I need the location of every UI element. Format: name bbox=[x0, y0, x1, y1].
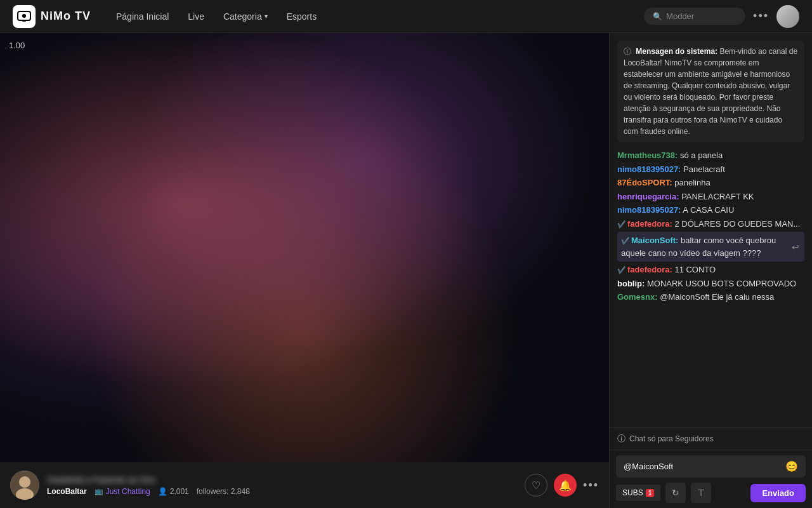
logo-text: NiMo TV bbox=[41, 10, 91, 23]
chat-message-4: nimo818395027: A CASA CAIU bbox=[617, 203, 804, 217]
chat-message-0: Mrmatheus738: só a panela bbox=[617, 149, 804, 163]
chat-username: nimo818395027: bbox=[617, 205, 681, 215]
logo-icon bbox=[13, 5, 36, 28]
system-text: Bem-vindo ao canal de LocoBaltar! NimoTV… bbox=[624, 47, 797, 136]
chat-username: Gomesnx: bbox=[617, 292, 658, 302]
main-nav: Página Inicial Live Categoria ▾ Esports bbox=[116, 11, 644, 22]
chat-text: PANELACRAFT KK bbox=[679, 192, 754, 201]
reply-icon[interactable]: ↩ bbox=[792, 240, 799, 253]
followers-only-notice: ⓘ Chat só para Seguidores bbox=[610, 427, 812, 450]
nav-esports[interactable]: Esports bbox=[287, 11, 317, 22]
refresh-button[interactable]: ↻ bbox=[665, 483, 686, 503]
more-options-button[interactable]: ••• bbox=[583, 479, 599, 492]
badge-icon: ✔️ bbox=[617, 220, 626, 228]
main-content: 1.00 Assistindo e Fazendo ao Vivo LocoBa… bbox=[0, 33, 812, 508]
chat-text: só a panela bbox=[678, 150, 723, 160]
chat-message-5: ✔️fadefedora: 2 DÓLARES DO GUEDES MAN... bbox=[617, 217, 804, 231]
subs-label: SUBS bbox=[622, 488, 643, 497]
chat-username: 87ÉdoSPORT: bbox=[617, 178, 672, 187]
followers-count: 2,848 bbox=[231, 487, 250, 496]
chat-text: panelinha bbox=[672, 178, 710, 187]
chat-username: boblip: bbox=[617, 279, 645, 288]
viewers-count: 2,001 bbox=[170, 487, 189, 496]
header-more-button[interactable]: ••• bbox=[753, 10, 769, 23]
chat-message-1: nimo818395027: Panelacraft bbox=[617, 163, 804, 177]
chat-username: nimo818395027: bbox=[617, 164, 681, 174]
chat-sidebar: ⓘ Mensagen do sistema: Bem-vindo ao cana… bbox=[609, 33, 812, 508]
chat-username: fadefedora: bbox=[627, 265, 672, 274]
nav-category[interactable]: Categoria ▾ bbox=[223, 11, 268, 22]
system-message: ⓘ Mensagen do sistema: Bem-vindo ao cana… bbox=[617, 41, 804, 142]
header: NiMo TV Página Inicial Live Categoria ▾ … bbox=[0, 0, 812, 33]
chat-text: MONARK USOU BOTS COMPROVADO bbox=[645, 279, 796, 288]
chat-username: henriquegarcia: bbox=[617, 192, 679, 201]
nav-live[interactable]: Live bbox=[188, 11, 204, 22]
stream-title: Assistindo e Fazendo ao Vivo bbox=[47, 475, 237, 485]
top-button[interactable]: ⊤ bbox=[691, 483, 711, 503]
badge-icon: ✔️ bbox=[617, 266, 626, 274]
stream-meta: LocoBaltar 📺 Just Chatting 👤 2,001 follo… bbox=[47, 487, 517, 496]
nav-home[interactable]: Página Inicial bbox=[116, 11, 169, 22]
badge-icon: ✔️ bbox=[621, 237, 630, 244]
category-icon: 📺 bbox=[95, 487, 103, 495]
svg-point-1 bbox=[22, 14, 26, 18]
search-display: Modder bbox=[666, 11, 694, 21]
streamer-avatar-img bbox=[10, 471, 39, 500]
svg-rect-2 bbox=[22, 20, 26, 22]
chat-text: A CASA CAIU bbox=[681, 205, 734, 215]
category-badge[interactable]: 📺 Just Chatting bbox=[95, 487, 150, 496]
video-player[interactable]: 1.00 bbox=[0, 33, 609, 462]
chat-text: 2 DÓLARES DO GUEDES MAN... bbox=[672, 219, 801, 229]
info-icon: ⓘ bbox=[617, 433, 625, 444]
viewers-icon: 👤 bbox=[158, 487, 167, 496]
bottom-bar: Assistindo e Fazendo ao Vivo LocoBaltar … bbox=[0, 462, 609, 508]
chat-message-6: ✔️MaiconSoft: baltar como você quebrou a… bbox=[617, 232, 804, 262]
chat-username: MaiconSoft: bbox=[631, 236, 678, 245]
subs-button[interactable]: SUBS 1 bbox=[616, 485, 660, 501]
chat-input-area: @MaiconSoft 😊 SUBS 1 ↻ ⊤ Enviado bbox=[610, 450, 812, 508]
send-button[interactable]: Enviado bbox=[750, 484, 806, 502]
chat-message-8: boblip: MONARK USOU BOTS COMPROVADO bbox=[617, 277, 804, 291]
search-icon: 🔍 bbox=[653, 12, 662, 21]
system-label: Mensagen do sistema: bbox=[636, 47, 717, 56]
subscribe-button[interactable]: 🔔 bbox=[554, 474, 577, 497]
category-dropdown-icon: ▾ bbox=[265, 13, 268, 20]
logo[interactable]: NiMo TV bbox=[13, 5, 91, 28]
subs-badge: 1 bbox=[646, 489, 655, 497]
heart-button[interactable]: ♡ bbox=[525, 474, 547, 497]
system-icon: ⓘ bbox=[624, 47, 631, 56]
chat-text: Panelacraft bbox=[681, 164, 724, 174]
chat-actions-row: SUBS 1 ↻ ⊤ Enviado bbox=[616, 483, 806, 503]
chat-message-7: ✔️fadefedora: 11 CONTO bbox=[617, 263, 804, 277]
chat-messages: ⓘ Mensagen do sistema: Bem-vindo ao cana… bbox=[610, 33, 812, 427]
followers-only-label: Chat só para Seguidores bbox=[629, 434, 714, 443]
chat-input-display[interactable]: @MaiconSoft bbox=[624, 462, 780, 471]
followers: followers: 2,848 bbox=[197, 487, 250, 496]
bottom-actions: ♡ 🔔 ••• bbox=[525, 474, 599, 497]
video-counter: 1.00 bbox=[9, 41, 25, 50]
chat-message-9: Gomesnx: @MaiconSoft Ele já caiu nessa bbox=[617, 290, 804, 304]
streamer-name: LocoBaltar bbox=[47, 487, 87, 496]
video-area: 1.00 Assistindo e Fazendo ao Vivo LocoBa… bbox=[0, 33, 609, 508]
chat-message-3: henriquegarcia: PANELACRAFT KK bbox=[617, 190, 804, 204]
chat-text: 11 CONTO bbox=[672, 265, 716, 274]
viewers: 👤 2,001 bbox=[158, 487, 189, 496]
chat-username: fadefedora: bbox=[627, 219, 672, 229]
chat-message-2: 87ÉdoSPORT: panelinha bbox=[617, 176, 804, 190]
stream-info: Assistindo e Fazendo ao Vivo LocoBaltar … bbox=[47, 475, 517, 496]
chat-lines-container: Mrmatheus738: só a panelanimo818395027: … bbox=[617, 149, 804, 304]
header-right: 🔍 Modder ••• bbox=[644, 5, 799, 28]
emoji-button[interactable]: 😊 bbox=[785, 460, 798, 472]
search-box[interactable]: 🔍 Modder bbox=[644, 8, 745, 25]
chat-input-box[interactable]: @MaiconSoft 😊 bbox=[616, 455, 806, 478]
category-label: Just Chatting bbox=[106, 487, 150, 496]
user-avatar[interactable] bbox=[776, 5, 799, 28]
chat-text: @MaiconSoft Ele já caiu nessa bbox=[658, 292, 775, 302]
video-background bbox=[0, 33, 609, 462]
svg-point-4 bbox=[19, 476, 30, 488]
chat-username: Mrmatheus738: bbox=[617, 150, 678, 160]
streamer-avatar[interactable] bbox=[10, 471, 39, 500]
